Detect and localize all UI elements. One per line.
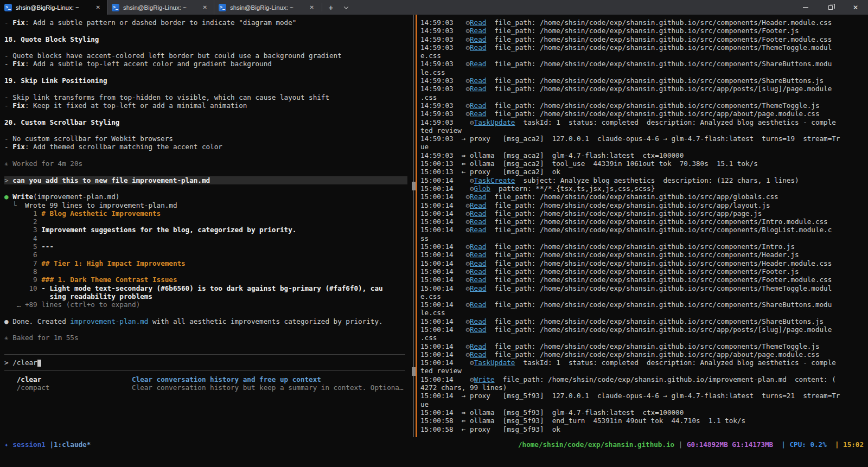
tab-title: shsin@BigRig-Linux: ~ bbox=[230, 4, 304, 11]
terminal-line: ● Done. Created improvement-plan.md with… bbox=[4, 317, 411, 325]
tab-bar: >_shsin@BigRig-Linux: ~✕>_shsin@BigRig-L… bbox=[0, 0, 868, 15]
terminal-icon: >_ bbox=[4, 4, 12, 11]
scrollbar-marker[interactable] bbox=[412, 367, 416, 376]
claude-code-pane[interactable]: - Fix: Add a subtle pattern or dashed bo… bbox=[0, 15, 413, 437]
terminal-line: 19. Skip Link Positioning bbox=[4, 76, 411, 85]
prompt-input[interactable]: > /clear bbox=[4, 359, 411, 367]
tab-close-icon[interactable]: ✕ bbox=[308, 3, 316, 11]
tab[interactable]: >_shsin@BigRig-Linux: ~✕ bbox=[0, 0, 107, 15]
scrollbar-marker[interactable] bbox=[412, 182, 416, 190]
terminal-line: - Skip link transforms from top-hidden t… bbox=[4, 93, 411, 101]
terminal-line: 2 bbox=[4, 217, 411, 226]
proxy-log-pane[interactable]: 14:59:03 ⚙Read file_path: /home/shsin/co… bbox=[418, 15, 868, 437]
separator bbox=[4, 367, 411, 375]
terminal-line: 15:00:14 ⇒ ollama [msg_5f93] glm-4.7-fla… bbox=[420, 408, 867, 417]
slash-command-option[interactable]: /compact Clear conversation history but … bbox=[4, 383, 411, 392]
terminal-line: 15:00:14 ⚙Read file_path: /home/shsin/co… bbox=[420, 209, 867, 217]
terminal-line: - Fix: Add themed scrollbar matching the… bbox=[4, 143, 411, 151]
terminal-icon: >_ bbox=[112, 4, 119, 11]
terminal-line: ue bbox=[420, 143, 867, 151]
terminal-line: 14:59:03 ⚙Read file_path: /home/shsin/co… bbox=[420, 110, 867, 118]
terminal-line: 8 bbox=[4, 267, 411, 276]
terminal-line: 15:00:14 ⚙Read file_path: /home/shsin/co… bbox=[420, 350, 867, 359]
close-button[interactable]: ✕ bbox=[843, 0, 868, 15]
terminal-line bbox=[4, 85, 411, 93]
terminal-line: 14:59:03 ⇒ ollama [msg_aca2] glm-4.7-fla… bbox=[420, 151, 867, 159]
tmux-status-bar: ✦ session1 |1:claude* /home/shsin/code/e… bbox=[0, 437, 868, 451]
terminal-line: 14:59:03 ⚙Read file_path: /home/shsin/co… bbox=[420, 43, 867, 52]
tab-strip: >_shsin@BigRig-Linux: ~✕>_shsin@BigRig-L… bbox=[0, 0, 321, 15]
chevron-down-icon bbox=[344, 4, 348, 9]
terminal-line: - Quote blocks have accent-colored left … bbox=[4, 52, 411, 60]
tab-title: shsin@BigRig-Linux: ~ bbox=[123, 4, 197, 11]
terminal-line: 14:59:03 ⚙Read file_path: /home/shsin/co… bbox=[420, 27, 867, 35]
pane-divider-accent bbox=[416, 15, 417, 437]
terminal-line bbox=[4, 110, 411, 118]
terminal-line: 14:59:03 ⚙Read file_path: /home/shsin/co… bbox=[420, 35, 867, 43]
slash-command-option[interactable]: /clear Clear conversation history and fr… bbox=[4, 375, 411, 383]
tab-dropdown-button[interactable] bbox=[339, 0, 354, 15]
terminal-line: 6 bbox=[4, 251, 411, 259]
terminal-line: - Fix: Keep it fixed at top-left or add … bbox=[4, 101, 411, 110]
terminal-line: 15:00:14 ⚙Read file_path: /home/shsin/co… bbox=[420, 317, 867, 325]
terminal-line: 15:00:14 ⚙Read file_path: /home/shsin/co… bbox=[420, 217, 867, 226]
terminal-line: 15:00:14 ⚙Read file_path: /home/shsin/co… bbox=[420, 342, 867, 350]
terminal-line bbox=[4, 325, 411, 334]
terminal-line: 15:00:14 ⚙Read file_path: /home/shsin/co… bbox=[420, 201, 867, 209]
terminal-line: … +89 lines (ctrl+o to expand) bbox=[4, 300, 411, 309]
terminal-line bbox=[4, 168, 411, 176]
terminal-line: 15:00:14 ⚙Read file_path: /home/shsin/co… bbox=[420, 242, 867, 251]
terminal-line: 4272 chars, 99 lines) bbox=[420, 383, 867, 392]
terminal-line: 15:00:58 ⇐ ollama [msg_5f93] end_turn 45… bbox=[420, 417, 867, 425]
terminal-line: 15:00:14 → proxy [msg_5f93] 127.0.0.1 cl… bbox=[420, 392, 867, 400]
terminal-line: 4 bbox=[4, 234, 411, 242]
terminal-line bbox=[4, 43, 411, 52]
minimize-button[interactable] bbox=[793, 0, 818, 15]
terminal-line: 15:00:13 ← proxy [msg_aca2] ok bbox=[420, 168, 867, 176]
terminal-line bbox=[4, 126, 411, 135]
terminal-line bbox=[4, 151, 411, 159]
terminal-line: ● Write(improvement-plan.md) bbox=[4, 193, 411, 201]
tmux-session-info[interactable]: ✦ session1 |1:claude* bbox=[4, 440, 91, 449]
terminal-line: 15:00:14 ⚙Read file_path: /home/shsin/co… bbox=[420, 259, 867, 267]
terminal-line: 14:59:03 ⚙Read file_path: /home/shsin/co… bbox=[420, 76, 867, 85]
separator bbox=[4, 350, 411, 359]
terminal-line: .css bbox=[420, 334, 867, 342]
restore-icon bbox=[828, 5, 833, 10]
terminal-line: le.css bbox=[420, 68, 867, 76]
terminal-line: 15:00:14 ⚙Read file_path: /home/shsin/co… bbox=[420, 284, 867, 292]
tab-close-icon[interactable]: ✕ bbox=[201, 3, 209, 11]
terminal-line: 15:00:13 ⇐ ollama [msg_aca2] tool_use 44… bbox=[420, 159, 867, 168]
terminal-line: 15:00:14 ⚙Read file_path: /home/shsin/co… bbox=[420, 226, 867, 234]
terminal-line: 10 - Light mode text-secondary (#6b6560)… bbox=[4, 284, 411, 292]
restore-button[interactable] bbox=[818, 0, 843, 15]
terminal-line: 20. Custom Scrollbar Styling bbox=[4, 118, 411, 126]
terminal-line: ue bbox=[420, 400, 867, 408]
terminal-line: 14:59:03 ⚙Read file_path: /home/shsin/co… bbox=[420, 85, 867, 93]
terminal-line: 14:59:03 → proxy [msg_aca2] 127.0.0.1 cl… bbox=[420, 135, 867, 143]
terminal-line: le.css bbox=[420, 309, 867, 317]
terminal-line: 14:59:03 ⚙Read file_path: /home/shsin/co… bbox=[420, 101, 867, 110]
terminal-line: 14:59:03 ⚙Read file_path: /home/shsin/co… bbox=[420, 18, 867, 27]
terminal-line: sing readability problems bbox=[4, 292, 411, 300]
terminal-line: ✳ Baked for 1m 55s bbox=[4, 334, 411, 342]
terminal-line: - Fix: Add a subtle pattern or dashed bo… bbox=[4, 18, 411, 27]
terminal-line: 15:00:14 ⚙Read file_path: /home/shsin/co… bbox=[420, 276, 867, 284]
terminal-line: 15:00:14 ⚙Read file_path: /home/shsin/co… bbox=[420, 193, 867, 201]
terminal-line: - No custom scrollbar for Webkit browser… bbox=[4, 135, 411, 143]
tab[interactable]: >_shsin@BigRig-Linux: ~✕ bbox=[107, 0, 214, 15]
tab[interactable]: >_shsin@BigRig-Linux: ~✕ bbox=[214, 0, 321, 15]
text-cursor bbox=[37, 360, 41, 367]
window-controls: ✕ bbox=[793, 0, 868, 15]
terminal-line: - Fix: Add a subtle top-left accent colo… bbox=[4, 60, 411, 68]
terminal-line: 3 Improvement suggestions for the blog, … bbox=[4, 226, 411, 234]
minimize-icon bbox=[803, 7, 808, 8]
terminal-line: e.css bbox=[420, 292, 867, 300]
terminal-line bbox=[4, 342, 411, 350]
user-message: > can you add this to new file improveme… bbox=[4, 176, 407, 184]
tmux-status-right: /home/shsin/code/exp/shansin.github.io |… bbox=[518, 440, 864, 449]
terminal-line bbox=[4, 27, 411, 35]
tab-close-icon[interactable]: ✕ bbox=[94, 3, 103, 11]
new-tab-button[interactable]: + bbox=[323, 0, 339, 15]
terminal-line: 14:59:03 ⚙TaskUpdate taskId: 1 status: c… bbox=[420, 118, 867, 126]
